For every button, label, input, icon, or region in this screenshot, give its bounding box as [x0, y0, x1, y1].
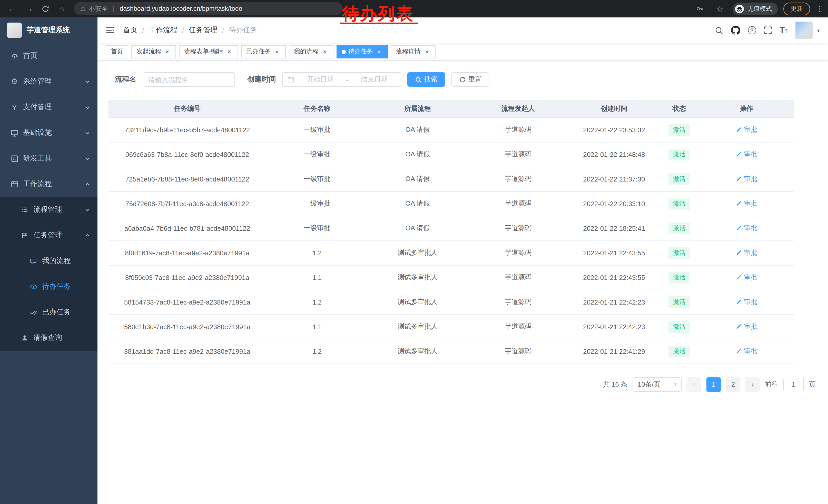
cell-process: 测试多审批人 [367, 240, 468, 265]
cell-status: 激活 [660, 240, 699, 265]
process-name-input[interactable] [142, 72, 235, 87]
tab-done-tasks[interactable]: 已办任务 × [241, 45, 286, 58]
edit-icon [736, 324, 742, 330]
sidebar-item-label: 工作流程 [23, 179, 52, 189]
password-key-icon[interactable] [693, 2, 707, 16]
incognito-label: 无痕模式 [747, 4, 772, 13]
status-badge: 激活 [668, 124, 690, 136]
sidebar-item-process-mgmt[interactable]: 流程管理 [0, 197, 97, 223]
audit-link[interactable]: 审批 [736, 248, 757, 258]
hamburger-icon[interactable] [106, 26, 115, 35]
sidebar-item-infrastructure[interactable]: 基础设施 [0, 120, 97, 146]
flag-icon [20, 232, 29, 239]
search-icon[interactable] [714, 26, 723, 35]
forward-icon[interactable]: → [22, 2, 36, 16]
screen: ← → ⌂ ⚠ 不安全 dashboard.yudao.iocoder.cn/b… [0, 0, 828, 504]
sidebar-item-todo-tasks[interactable]: 待办任务 [0, 274, 97, 300]
sidebar-item-leave-query[interactable]: 请假查询 [0, 325, 97, 351]
cell-initiator: 芋道源码 [468, 265, 569, 290]
tab-process-form-edit[interactable]: 流程表单-编辑 × [179, 45, 238, 58]
sidebar-item-home[interactable]: 首页 [0, 43, 97, 69]
sidebar-item-system-mgmt[interactable]: ⚙ 系统管理 [0, 69, 97, 94]
reset-button-label: 重置 [468, 75, 482, 84]
table-row: a6aba0a4-7b6d-11ec-b781-acde48001122 一级审… [108, 216, 794, 240]
audit-link[interactable]: 审批 [736, 199, 757, 208]
tab-start-process[interactable]: 发起流程 × [131, 45, 176, 58]
active-tab-dot [342, 49, 346, 54]
avatar-caret-down-icon[interactable]: ▾ [817, 28, 820, 33]
next-page-button[interactable]: › [745, 377, 760, 392]
tab-home[interactable]: 首页 [106, 45, 128, 58]
search-button-label: 搜索 [424, 75, 438, 84]
cell-created: 2022-01-22 23:53:32 [569, 118, 660, 142]
tab-close-icon[interactable]: × [226, 48, 233, 55]
tab-label: 我的流程 [294, 47, 319, 56]
audit-link[interactable]: 审批 [736, 224, 757, 233]
github-icon[interactable] [731, 26, 740, 35]
page-size-select[interactable]: 10条/页 ▾ [632, 377, 682, 392]
tab-todo-tasks[interactable]: 待办任务 × [336, 45, 388, 58]
audit-link[interactable]: 审批 [736, 347, 757, 356]
table-row: 725a1eb6-7b88-11ec-8ef0-acde48001122 一级审… [108, 167, 794, 191]
cell-process: 测试多审批人 [367, 265, 468, 290]
sidebar-logo[interactable]: 芋道管理系统 [0, 17, 97, 43]
logo-title: 芋道管理系统 [27, 26, 70, 35]
audit-link[interactable]: 审批 [736, 125, 757, 134]
goto-page-input[interactable] [783, 378, 804, 391]
code-box-icon [10, 154, 18, 162]
prev-page-button[interactable]: ‹ [687, 377, 701, 392]
breadcrumb-workflow[interactable]: 工作流程 [149, 26, 177, 35]
edit-icon [736, 151, 742, 157]
browser-menu-icon[interactable]: ⋮ [816, 5, 823, 13]
search-button[interactable]: 搜索 [407, 72, 445, 87]
audit-link[interactable]: 审批 [736, 150, 757, 159]
page-button-1[interactable]: 1 [706, 377, 721, 392]
avatar[interactable] [795, 21, 813, 39]
reload-icon[interactable] [38, 2, 52, 16]
fullscreen-icon[interactable] [763, 26, 772, 34]
cell-status: 激活 [660, 118, 699, 142]
browser-update-button[interactable]: 更新 [783, 2, 810, 15]
sidebar-item-workflow[interactable]: 工作流程 [0, 171, 97, 197]
tab-close-icon[interactable]: × [164, 48, 171, 55]
sidebar-item-task-mgmt[interactable]: 任务管理 [0, 223, 97, 248]
tab-close-icon[interactable]: × [423, 48, 430, 55]
audit-link[interactable]: 审批 [736, 297, 757, 307]
start-date-placeholder: 开始日期 [299, 75, 342, 84]
page-button-2[interactable]: 2 [726, 377, 740, 392]
audit-link[interactable]: 审批 [736, 273, 757, 282]
address-bar[interactable]: ⚠ 不安全 dashboard.yudao.iocoder.cn/bpm/tas… [74, 2, 343, 15]
breadcrumb-home[interactable]: 首页 [123, 26, 137, 35]
reset-button[interactable]: 重置 [451, 72, 489, 87]
cell-actions: 审批 [699, 191, 794, 216]
cell-process: OA 请假 [367, 142, 468, 167]
help-icon[interactable]: ? [748, 26, 756, 34]
audit-link[interactable]: 审批 [736, 322, 757, 331]
sidebar-item-payment-mgmt[interactable]: ¥ 支付管理 [0, 94, 97, 120]
todo-task-table: 任务编号 任务名称 所属流程 流程发起人 创建时间 状态 操作 73211d9d… [108, 100, 794, 364]
breadcrumb-task-mgmt[interactable]: 任务管理 [189, 26, 217, 35]
sidebar: 芋道管理系统 首页 ⚙ 系统管理 ¥ 支付管理 基础设施 [0, 17, 97, 504]
home-icon[interactable]: ⌂ [54, 2, 69, 16]
back-icon[interactable]: ← [5, 2, 19, 16]
url-text[interactable]: dashboard.yudao.iocoder.cn/bpm/task/todo [120, 5, 242, 12]
tab-process-detail[interactable]: 流程详情 × [391, 45, 436, 58]
tab-close-icon[interactable]: × [274, 48, 281, 55]
tab-close-icon[interactable]: × [321, 48, 328, 55]
cell-initiator: 芋道源码 [468, 216, 569, 240]
bookmark-star-icon[interactable]: ☆ [713, 2, 727, 16]
tab-close-icon[interactable]: × [376, 48, 383, 55]
sidebar-item-done-tasks[interactable]: 已办任务 [0, 300, 97, 325]
not-secure-label[interactable]: 不安全 [89, 4, 108, 13]
font-size-icon[interactable]: TT [780, 26, 787, 35]
cell-actions: 审批 [699, 240, 794, 265]
sidebar-item-dev-tools[interactable]: 研发工具 [0, 146, 97, 171]
not-secure-warning-icon: ⚠ [80, 5, 86, 12]
sidebar-item-my-process[interactable]: 我的流程 [0, 248, 97, 274]
sidebar-item-label: 支付管理 [23, 102, 52, 112]
tab-label: 发起流程 [136, 47, 161, 56]
chevron-up-icon [85, 232, 90, 238]
tab-my-process[interactable]: 我的流程 × [289, 45, 333, 58]
audit-link[interactable]: 审批 [736, 174, 757, 184]
date-range-picker[interactable]: 开始日期 - 结束日期 [282, 72, 401, 87]
